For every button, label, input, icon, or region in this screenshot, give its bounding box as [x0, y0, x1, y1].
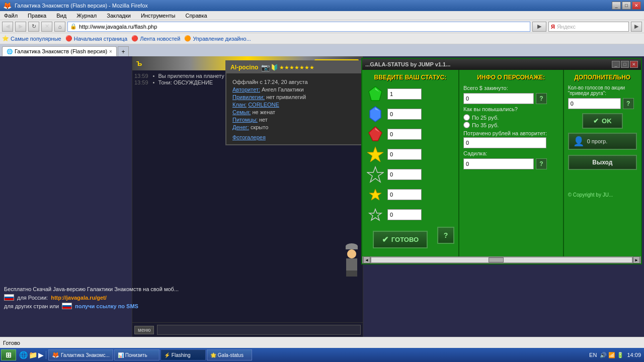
menu-edit[interactable]: Правка — [26, 12, 48, 19]
menu-view[interactable]: Вид — [54, 12, 68, 19]
status-input-small-gold-star[interactable] — [387, 189, 422, 200]
menu-help[interactable]: Справка — [183, 12, 209, 19]
status-input-red-gem[interactable] — [387, 129, 422, 140]
status-input-blue-gem[interactable] — [387, 109, 422, 120]
exit-button[interactable]: Выход — [568, 155, 637, 170]
search-submit-button[interactable]: ▶ — [631, 22, 642, 32]
money-input[interactable] — [463, 93, 534, 104]
status-input-outline-star[interactable] — [387, 169, 422, 180]
taskbar-item-gala[interactable]: 🌟 Gala-status — [207, 349, 252, 360]
main-tab[interactable]: 🌐 Галактика Знакомств (Flash версия) × — [2, 46, 117, 56]
spent-input[interactable] — [463, 137, 546, 148]
russia-link[interactable]: http://javagala.ru/get/ — [51, 295, 107, 301]
taskbar-item-firefox[interactable]: 🦊 Галактика Знакомс... — [48, 349, 113, 360]
votes-help-btn[interactable]: ? — [623, 98, 634, 109]
money-help-btn[interactable]: ? — [536, 93, 547, 104]
search-box[interactable]: Я Яндекс — [548, 22, 629, 32]
tab-label: Галактика Знакомств (Flash версия) — [15, 48, 107, 54]
dialog-body: ВВЕДИТЕ ВАШ СТАТУС: — [362, 70, 641, 256]
votes-input[interactable] — [568, 98, 621, 109]
profile-clan-value[interactable]: CORLEONE — [248, 102, 279, 108]
taskbar-item-flashing[interactable]: ⚡ Flashing — [160, 349, 206, 360]
dialog-titlebar: ...GALA-STATUS by JUMP v1.1... _ □ ✕ — [362, 59, 641, 70]
radio-35[interactable] — [463, 122, 470, 128]
ok-button[interactable]: ✔ OK — [582, 113, 623, 129]
bookmark-design[interactable]: 🟠 Управление дизайно... — [184, 35, 251, 42]
game-logo: Ъ — [136, 60, 142, 67]
menu-bookmarks[interactable]: Закладки — [105, 12, 133, 19]
profile-privileges-label[interactable]: Привилегии: — [232, 94, 265, 100]
forward-button[interactable]: ▶ — [15, 22, 26, 32]
close-button[interactable]: ✕ — [632, 2, 641, 10]
sms-text[interactable]: получи ссылку по SMS — [75, 303, 138, 309]
address-go-button[interactable]: ▶ — [532, 22, 546, 32]
yandex-logo: Я — [551, 24, 555, 30]
blue-gem-icon — [366, 105, 384, 123]
char-hat — [346, 243, 358, 249]
reload-button[interactable]: ↻ — [28, 22, 39, 32]
profile-username[interactable]: Al-pocino — [230, 64, 258, 71]
dialog-minimize-btn[interactable]: _ — [612, 61, 620, 68]
scrollbar-thumb[interactable] — [489, 257, 504, 262]
dialog-maximize-btn[interactable]: □ — [621, 61, 629, 68]
maximize-button[interactable]: □ — [622, 2, 631, 10]
menu-tools[interactable]: Инструменты — [139, 12, 178, 19]
chat-time-1: 13:59 — [134, 73, 148, 79]
bookmark-news[interactable]: 🔴 Лента новостей — [131, 35, 180, 42]
level-label: Как вы повышались? — [463, 106, 559, 112]
status-input-gold-star[interactable] — [387, 149, 422, 160]
minimize-button[interactable]: _ — [612, 2, 621, 10]
profile-action-button[interactable]: 👤 0 прогр. — [568, 133, 637, 150]
taskbar-item-lower[interactable]: 📊 Понизить — [114, 349, 159, 360]
menu-bar: Файл Правка Вид Журнал Закладки Инструме… — [0, 11, 644, 20]
bookmark-popular[interactable]: ⭐ Самые популярные — [2, 35, 61, 42]
profile-family-value: не женат — [252, 109, 275, 115]
system-icons: 🔊 📶 🔋 — [600, 352, 624, 358]
status-input-small-outline-star[interactable] — [387, 209, 422, 220]
col-status: ВВЕДИТЕ ВАШ СТАТУС: — [362, 70, 459, 256]
menu-history[interactable]: Журнал — [74, 12, 99, 19]
dialog-title: ...GALA-STATUS by JUMP v1.1... — [365, 61, 450, 67]
quicklaunch-ie[interactable]: 🌐 — [19, 351, 28, 359]
radio-25[interactable] — [463, 114, 470, 121]
status-row-small-gold-star — [366, 186, 454, 204]
dialog-close-btn[interactable]: ✕ — [630, 61, 638, 68]
chat-time-2: 13:59 — [134, 79, 148, 85]
menu-file[interactable]: Файл — [2, 12, 20, 19]
tab-close-btn[interactable]: × — [109, 49, 112, 54]
back-button[interactable]: ◀ — [2, 22, 13, 32]
home-button[interactable]: ⌂ — [54, 22, 65, 32]
sadilka-help-btn[interactable]: ? — [536, 158, 547, 169]
char-sprite — [346, 243, 358, 277]
sadilka-input[interactable] — [463, 158, 534, 169]
menu-button[interactable]: меню — [134, 326, 154, 334]
new-tab-button[interactable]: + — [118, 46, 129, 56]
sadilka-input-row: ? — [463, 158, 559, 169]
status-input-green-gem[interactable] — [387, 88, 422, 100]
scroll-right-btn[interactable]: ► — [633, 256, 640, 263]
spent-label: Потрачено рублей на авторитет: — [463, 130, 559, 136]
tab-bar: 🌐 Галактика Знакомств (Flash версия) × + — [0, 44, 644, 56]
profile-photo-link[interactable]: Фотогалерея — [232, 134, 359, 140]
char-head — [347, 249, 356, 258]
bookmark-home[interactable]: 🔴 Начальная страница — [65, 35, 127, 42]
firefox-icon: 🦊 — [52, 351, 59, 358]
profile-icon-2: 🔰 — [271, 64, 278, 71]
status-row-red-gem — [366, 125, 454, 143]
quicklaunch-media[interactable]: ▶ — [38, 351, 44, 359]
game-input-area: меню — [132, 322, 363, 337]
quick-launch: 🌐 📁 ▶ — [17, 351, 46, 359]
chat-msg-2: Тони: ОБСУЖДЕНИЕ — [158, 79, 213, 85]
scrollbar-track[interactable] — [371, 257, 632, 262]
quicklaunch-explorer[interactable]: 📁 — [29, 351, 37, 359]
ready-button[interactable]: ✔ ГОТОВО — [373, 231, 428, 248]
profile-popup: Al-pocino 📷 🔰 ★★★★★★★ Оффлайн с 17:24, 2… — [225, 60, 366, 145]
scroll-left-btn[interactable]: ◄ — [363, 256, 370, 263]
start-button[interactable]: ⊞ — [1, 349, 16, 360]
stop-button[interactable]: ✕ — [41, 22, 52, 32]
search-text: Яндекс — [557, 24, 576, 30]
chat-input[interactable] — [157, 325, 361, 335]
address-bar[interactable]: 🔒 http://www.javagala.ru/flash.php — [67, 22, 530, 32]
help-button[interactable]: ? — [437, 227, 454, 244]
taskbar-items: 🦊 Галактика Знакомс... 📊 Понизить ⚡ Flas… — [47, 349, 588, 360]
